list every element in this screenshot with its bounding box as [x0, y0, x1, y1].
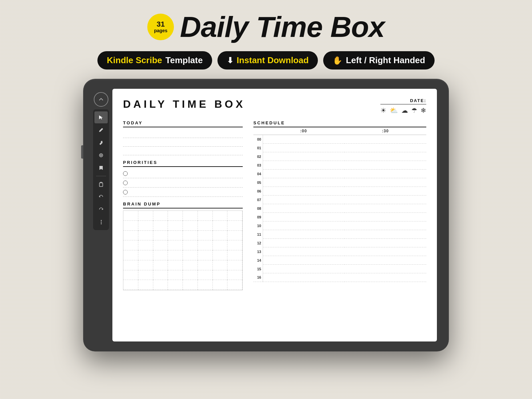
svg-point-3 — [100, 155, 102, 156]
screen-content: DAILY TIME BOX DATE: ☀ ⛅ ☁ ☂ ❄ — [112, 89, 437, 341]
grid-cell — [168, 211, 183, 221]
hour-label: 03 — [253, 161, 263, 170]
svg-point-7 — [101, 223, 102, 224]
grid-cell — [153, 240, 168, 250]
weather-cloud-icon: ☁ — [401, 106, 408, 114]
schedule-row: 07 — [253, 196, 426, 204]
grid-cell — [227, 231, 242, 241]
grid-cell — [227, 221, 242, 231]
schedule-cell-hour — [263, 196, 344, 204]
grid-cell — [153, 211, 168, 221]
kindle-scribe-badge: Kindle Scribe Template — [97, 51, 212, 69]
grid-cell — [213, 221, 228, 231]
schedule-row: 01 — [253, 144, 426, 152]
hour-label: 06 — [253, 187, 263, 196]
schedule-row: 04 — [253, 170, 426, 178]
svg-point-5 — [101, 220, 102, 221]
grid-cell — [198, 260, 213, 270]
toolbar-redo-tool[interactable] — [94, 203, 108, 215]
scroll-up-button[interactable] — [94, 92, 108, 107]
grid-cell — [227, 260, 242, 270]
tablet-device: DAILY TIME BOX DATE: ☀ ⛅ ☁ ☂ ❄ — [83, 79, 449, 351]
schedule-cell-half — [344, 265, 426, 273]
toolbar-bookmark-tool[interactable] — [94, 162, 108, 174]
grid-cell — [153, 250, 168, 260]
hand-icon: ✋ — [332, 56, 342, 65]
handed-text: Left / Right Handed — [346, 55, 425, 66]
priority-item-2 — [123, 178, 243, 188]
schedule-label: SCHEDULE — [253, 120, 426, 127]
grid-cell — [198, 280, 213, 290]
grid-cell — [227, 211, 242, 221]
schedule-col-header-1: :00 — [263, 127, 344, 135]
grid-cell — [168, 221, 183, 231]
grid-cell — [123, 280, 138, 290]
priority-item-1 — [123, 169, 243, 178]
grid-cell — [153, 231, 168, 241]
badges-row: Kindle Scribe Template ⬇ Instant Downloa… — [97, 51, 434, 69]
grid-cell — [138, 240, 153, 250]
grid-cell — [198, 231, 213, 241]
grid-cell — [153, 280, 168, 290]
schedule-row: 10 — [253, 221, 426, 230]
schedule-cell-hour — [263, 204, 344, 213]
schedule-cell-half — [344, 247, 426, 256]
schedule-cell-half — [344, 273, 426, 282]
grid-cell — [168, 260, 183, 270]
grid-cell — [153, 221, 168, 231]
schedule-table: :00 :30 00 01 02 03 04 05 — [253, 127, 426, 282]
grid-cell — [168, 240, 183, 250]
priorities-section: PRIORITIES — [123, 160, 243, 197]
schedule-cell-hour — [263, 221, 344, 230]
schedule-cell-hour — [263, 256, 344, 265]
brain-dump-label: BRAIN DUMP — [123, 201, 243, 208]
tablet-screen: DAILY TIME BOX DATE: ☀ ⛅ ☁ ☂ ❄ — [112, 89, 437, 341]
schedule-cell-hour — [263, 161, 344, 170]
svg-point-6 — [101, 222, 102, 223]
hour-label: 02 — [253, 152, 263, 161]
schedule-cell-hour — [263, 135, 344, 144]
toolbar-eraser-tool[interactable] — [94, 149, 108, 161]
grid-cell — [183, 231, 198, 241]
left-column: TODAY PRIORITIES — [123, 120, 243, 331]
grid-cell — [198, 240, 213, 250]
grid-cell — [138, 211, 153, 221]
instant-download-badge: ⬇ Instant Download — [217, 51, 318, 69]
schedule-row: 06 — [253, 187, 426, 196]
schedule-row: 11 — [253, 230, 426, 239]
schedule-cell-half — [344, 178, 426, 187]
two-column-layout: TODAY PRIORITIES — [123, 120, 426, 331]
toolbar-paste-tool[interactable] — [94, 178, 108, 190]
hour-label: 12 — [253, 239, 263, 247]
weather-rain-icon: ☂ — [411, 106, 417, 114]
toolbar-pen-tool[interactable] — [94, 124, 108, 136]
hour-label: 10 — [253, 221, 263, 230]
schedule-row: 12 — [253, 239, 426, 247]
svg-marker-0 — [99, 115, 103, 119]
grid-cell — [183, 260, 198, 270]
toolbar-undo-tool[interactable] — [94, 191, 108, 203]
today-line-2 — [123, 138, 243, 147]
grid-cell — [138, 270, 153, 280]
priority-circle-2 — [123, 181, 128, 185]
hour-label: 16 — [253, 273, 263, 282]
svg-point-2 — [99, 154, 103, 157]
hour-label: 11 — [253, 230, 263, 239]
toolbar-more-tool[interactable] — [94, 216, 108, 228]
grid-cell — [153, 260, 168, 270]
grid-cell — [123, 231, 138, 241]
hour-label: 09 — [253, 213, 263, 221]
schedule-cell-hour — [263, 178, 344, 187]
svg-rect-4 — [99, 183, 103, 187]
toolbar-divider — [96, 176, 106, 176]
toolbar-arrow-tool[interactable] — [94, 111, 108, 123]
grid-cell — [168, 280, 183, 290]
schedule-cell-hour — [263, 230, 344, 239]
priority-circle-1 — [123, 171, 128, 176]
grid-cell — [168, 231, 183, 241]
schedule-cell-half — [344, 213, 426, 221]
schedule-row: 15 — [253, 265, 426, 273]
hour-label: 13 — [253, 247, 263, 256]
toolbar-marker-tool[interactable] — [94, 137, 108, 149]
pages-badge: 31 pages — [147, 14, 174, 40]
